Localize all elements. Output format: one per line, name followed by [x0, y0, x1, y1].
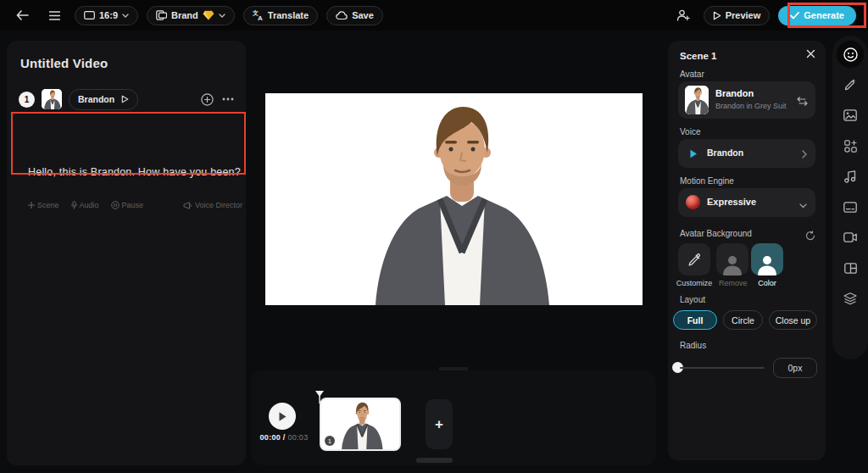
avatar-card-description: Brandon in Grey Suit — [715, 102, 787, 110]
add-scene-button[interactable] — [201, 93, 214, 106]
rail-draw-tab[interactable] — [837, 71, 864, 98]
scene-avatar-thumbnail[interactable] — [42, 89, 62, 109]
voice-director-action[interactable]: Voice Director — [183, 201, 242, 209]
check-icon — [790, 12, 799, 19]
translate-button[interactable]: 文A Translate — [243, 6, 318, 25]
timeline-clip[interactable]: 1 — [320, 398, 401, 451]
close-panel-button[interactable] — [806, 49, 815, 61]
tools-rail — [832, 36, 868, 359]
back-button[interactable] — [10, 3, 34, 27]
menu-button[interactable] — [42, 3, 66, 27]
script-editor[interactable]: Hello, this is Brandon. How have you bee… — [19, 154, 251, 214]
aspect-ratio-selector[interactable]: 16:9 — [75, 6, 138, 25]
add-scene-action[interactable]: Scene — [28, 201, 59, 209]
chevron-down-icon — [219, 14, 225, 18]
brand-kit-icon — [156, 10, 167, 20]
video-canvas[interactable] — [265, 93, 643, 305]
layout-closeup-button[interactable]: Close up — [769, 310, 817, 330]
scene-action-label: Scene — [37, 201, 59, 209]
back-icon — [16, 10, 29, 20]
rail-record-tab[interactable] — [837, 224, 864, 251]
voice-play-button[interactable] — [687, 147, 700, 160]
rail-avatar-tab[interactable] — [837, 41, 864, 68]
motion-engine-value: Expressive — [707, 197, 756, 207]
pause-action-label: Pause — [122, 201, 144, 209]
avatar-card-photo — [685, 86, 709, 114]
timeline-scrollbar[interactable] — [416, 458, 453, 463]
rail-elements-tab[interactable] — [837, 132, 864, 159]
captions-icon — [843, 202, 857, 213]
background-color-tile[interactable] — [751, 243, 783, 275]
person-silhouette-icon — [721, 253, 743, 275]
camera-icon — [843, 232, 857, 242]
avatar-voice-chip[interactable]: Brandon — [69, 89, 138, 110]
rail-captions-tab[interactable] — [837, 193, 864, 220]
megaphone-icon — [183, 202, 192, 209]
gem-icon — [203, 10, 214, 20]
radius-slider-track[interactable] — [680, 367, 765, 369]
play-outline-icon[interactable] — [121, 95, 129, 103]
timeline-panel — [251, 370, 656, 465]
time-display: 00:00 / 00:03 — [254, 433, 314, 442]
pause-action[interactable]: Pause — [111, 201, 144, 209]
swap-avatar-button[interactable] — [797, 94, 808, 109]
more-options-button[interactable] — [222, 97, 234, 101]
scene-settings-panel: Scene 1 Avatar Brandon Brandon in Grey S… — [668, 41, 826, 460]
avatar-photo — [42, 89, 62, 109]
top-toolbar: 16:9 Brand 文A Translate Save Preview Gen… — [0, 0, 868, 31]
music-icon — [844, 170, 856, 183]
script-text[interactable]: Hello, this is Brandon. How have you bee… — [28, 161, 242, 183]
generate-label: Generate — [804, 10, 844, 20]
chevron-down-icon — [122, 14, 129, 18]
voice-card[interactable]: Brandon — [678, 139, 815, 168]
radius-value-box[interactable]: 0px — [773, 358, 817, 378]
avatar-icon — [843, 47, 858, 62]
chevron-right-icon — [802, 150, 807, 159]
invite-collaborator-button[interactable] — [671, 3, 695, 27]
video-title[interactable]: Untitled Video — [20, 56, 108, 70]
media-icon — [843, 109, 857, 121]
rail-media-tab[interactable] — [837, 102, 864, 129]
preview-button[interactable]: Preview — [704, 6, 771, 25]
layout-full-button[interactable]: Full — [673, 310, 717, 330]
rail-layers-tab[interactable] — [837, 285, 864, 312]
script-panel: Untitled Video 1 Brandon Hello, this is … — [7, 41, 246, 465]
motion-chevron — [799, 197, 807, 212]
avatar-background-label: Avatar Background — [680, 229, 752, 238]
brand-selector[interactable]: Brand — [147, 6, 235, 25]
menu-icon — [49, 11, 60, 20]
rail-layout-tab[interactable] — [837, 254, 864, 281]
expressive-orb-icon — [686, 195, 700, 209]
translate-icon: 文A — [253, 10, 264, 20]
mic-icon — [71, 201, 77, 209]
timeline-play-button[interactable] — [269, 403, 296, 430]
voice-name: Brandon — [707, 147, 743, 158]
rail-music-tab[interactable] — [837, 163, 864, 190]
voice-section-label: Voice — [680, 127, 700, 136]
chevron-down-icon — [799, 203, 807, 209]
layout-circle-button[interactable]: Circle — [723, 310, 763, 330]
add-clip-button[interactable]: + — [426, 399, 453, 449]
ellipsis-icon — [222, 97, 234, 101]
save-button[interactable]: Save — [326, 6, 383, 25]
motion-engine-selector[interactable]: Expressive — [678, 188, 815, 217]
play-outline-icon — [713, 11, 721, 20]
cloud-save-icon — [336, 11, 348, 20]
background-remove-tile[interactable] — [716, 243, 748, 275]
plus-circle-icon — [201, 93, 214, 106]
display-icon — [84, 11, 95, 19]
plus-icon — [28, 202, 35, 209]
generate-button[interactable]: Generate — [778, 6, 856, 25]
avatar-video-frame — [265, 93, 643, 305]
play-icon — [689, 149, 698, 159]
background-customize-tile[interactable] — [678, 243, 710, 275]
clip-number-badge: 1 — [325, 436, 335, 446]
avatar-chip-name: Brandon — [78, 94, 114, 104]
swap-icon — [797, 97, 808, 106]
audio-action[interactable]: Audio — [71, 201, 99, 209]
current-time: 00:00 — [260, 433, 281, 442]
avatar-section-label: Avatar — [680, 70, 704, 79]
reset-background-button[interactable] — [805, 229, 815, 244]
save-label: Save — [352, 10, 374, 20]
avatar-card[interactable]: Brandon Brandon in Grey Suit — [678, 81, 815, 119]
